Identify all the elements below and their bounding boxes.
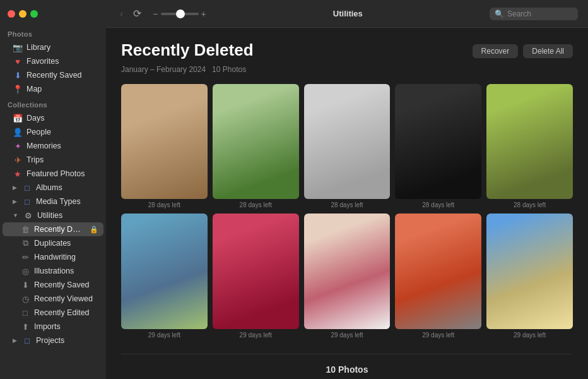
rotate-button[interactable]: ⟳ <box>129 6 145 21</box>
recently-saved-u-icon: ⬇ <box>20 280 30 290</box>
sidebar-item-projects[interactable]: ▶ □ Projects <box>3 334 103 347</box>
close-button[interactable] <box>8 10 15 18</box>
maximize-button[interactable] <box>30 10 38 18</box>
map-icon: 📍 <box>13 84 23 94</box>
sidebar-item-media-types[interactable]: ▶ □ Media Types <box>3 195 103 208</box>
people-icon: 👤 <box>13 127 23 137</box>
featured-photos-icon: ★ <box>13 169 23 179</box>
sidebar-item-label: Duplicates <box>34 239 71 248</box>
expand-icon: ▶ <box>13 198 17 205</box>
sidebar-item-label: Recently Edited <box>34 308 90 317</box>
sidebar-item-label: Trips <box>26 155 44 164</box>
zoom-in-icon: + <box>201 9 206 19</box>
zoom-slider-container: − + <box>153 9 206 19</box>
photo-caption: 28 days left <box>213 202 299 208</box>
photo-caption: 29 days left <box>213 332 299 339</box>
photo-thumbnail <box>304 84 391 199</box>
photo-item-cake[interactable]: 29 days left <box>304 214 391 338</box>
photo-item-raspberries[interactable]: 29 days left <box>213 214 299 338</box>
sidebar-item-label: Handwriting <box>34 253 76 262</box>
sidebar-item-library[interactable]: 📷 Library <box>3 40 103 54</box>
photo-caption: 28 days left <box>304 202 391 208</box>
sidebar-item-label: Recently Viewed <box>34 294 93 303</box>
photo-caption: 28 days left <box>121 202 208 208</box>
sidebar-item-recently-edited[interactable]: □ Recently Edited <box>3 306 103 320</box>
photo-item-girl1[interactable]: 28 days left <box>395 84 481 208</box>
back-button[interactable]: ‹ <box>116 6 127 21</box>
sidebar-item-label: People <box>26 128 51 136</box>
content-header: Recently Deleted Recover Delete All <box>121 40 573 60</box>
photo-item-beach[interactable]: 29 days left <box>486 214 573 338</box>
photo-thumbnail <box>395 214 481 328</box>
photo-thumbnail <box>121 84 208 199</box>
delete-all-button[interactable]: Delete All <box>523 44 573 58</box>
sidebar-item-recently-deleted[interactable]: 🗑 Recently Delet... 🔒 <box>3 222 103 236</box>
sidebar-item-label: Recently Saved <box>34 280 90 289</box>
sidebar-item-label: Featured Photos <box>26 169 85 178</box>
expand-icon: ▶ <box>13 184 17 191</box>
photos-section-label: Photos <box>0 25 106 40</box>
sidebar-item-label: Favorites <box>26 57 59 66</box>
zoom-slider[interactable] <box>161 13 199 15</box>
content-footer: 10 Photos Photos and videos show the day… <box>121 354 573 379</box>
recently-viewed-icon: ◷ <box>20 294 30 304</box>
nav-buttons: ‹ ⟳ <box>116 6 145 21</box>
handwriting-icon: ✏ <box>20 252 30 262</box>
trips-icon: ✈ <box>13 155 23 165</box>
photo-grid: 28 days left28 days left28 days left28 d… <box>121 84 573 339</box>
sidebar-item-favorites[interactable]: ♥ Favorites <box>3 54 103 68</box>
photo-item-melon[interactable]: 29 days left <box>395 214 481 338</box>
window-controls <box>0 5 106 25</box>
photo-caption: 28 days left <box>395 202 481 208</box>
sidebar-item-label: Imports <box>34 322 61 331</box>
sidebar-item-featured-photos[interactable]: ★ Featured Photos <box>3 167 103 181</box>
sidebar-item-trips[interactable]: ✈ Trips <box>3 153 103 167</box>
photo-item-girl2[interactable]: 28 days left <box>486 84 573 208</box>
sidebar-item-recently-viewed[interactable]: ◷ Recently Viewed <box>3 292 103 306</box>
duplicates-icon: ⧉ <box>20 238 30 248</box>
slider-thumb[interactable] <box>176 9 185 18</box>
sidebar-item-map[interactable]: 📍 Map <box>3 82 103 96</box>
photo-thumbnail <box>121 214 208 328</box>
sidebar-item-handwriting[interactable]: ✏ Handwriting <box>3 250 103 264</box>
recently-edited-icon: □ <box>20 308 30 318</box>
sidebar-item-days[interactable]: 📅 Days <box>3 111 103 125</box>
utilities-icon: ⚙ <box>23 210 33 220</box>
recently-deleted-icon: 🗑 <box>20 224 30 234</box>
recently-saved-icon: ⬇ <box>13 70 23 80</box>
sidebar-item-utilities[interactable]: ▼ ⚙ Utilities <box>3 208 103 222</box>
collections-section-label: Collections <box>0 96 106 111</box>
sidebar-item-duplicates[interactable]: ⧉ Duplicates <box>3 236 103 250</box>
sidebar-item-imports[interactable]: ⬆ Imports <box>3 320 103 334</box>
sidebar-item-recently-saved[interactable]: ⬇ Recently Saved <box>3 68 103 82</box>
projects-icon: □ <box>22 335 32 346</box>
minimize-button[interactable] <box>19 10 26 18</box>
photo-thumbnail <box>213 84 299 199</box>
photo-item-dog3[interactable]: 28 days left <box>304 84 391 208</box>
sidebar-item-illustrations[interactable]: ◎ Illustrations <box>3 264 103 278</box>
sidebar-item-memories[interactable]: ✦ Memories <box>3 139 103 153</box>
sidebar-item-recently-saved-u[interactable]: ⬇ Recently Saved <box>3 278 103 292</box>
photo-count: 10 Photos <box>212 65 246 74</box>
photo-caption: 29 days left <box>304 332 391 339</box>
photo-thumbnail <box>395 84 481 199</box>
sidebar-item-label: Utilities <box>37 211 62 220</box>
photo-thumbnail <box>486 84 573 199</box>
photo-item-house[interactable]: 29 days left <box>121 214 208 338</box>
photo-item-dog2[interactable]: 28 days left <box>213 84 299 208</box>
sidebar-item-label: Memories <box>26 141 61 150</box>
zoom-out-icon: − <box>153 9 158 19</box>
sidebar-item-people[interactable]: 👤 People <box>3 125 103 139</box>
recover-button[interactable]: Recover <box>473 44 519 58</box>
search-input[interactable] <box>507 9 573 18</box>
photo-thumbnail <box>213 214 299 328</box>
photo-item-dog1[interactable]: 28 days left <box>121 84 208 208</box>
sidebar-item-albums[interactable]: ▶ □ Albums <box>3 181 103 195</box>
search-box[interactable]: 🔍 <box>490 8 578 20</box>
expand-icon: ▶ <box>13 337 17 344</box>
sidebar-item-label: Illustrations <box>34 267 74 275</box>
albums-icon: □ <box>22 183 32 193</box>
photo-thumbnail <box>304 214 391 328</box>
photo-caption: 29 days left <box>486 332 573 339</box>
main-panel: ‹ ⟳ − + Utilities 🔍 Recently Deleted Rec… <box>106 0 588 379</box>
